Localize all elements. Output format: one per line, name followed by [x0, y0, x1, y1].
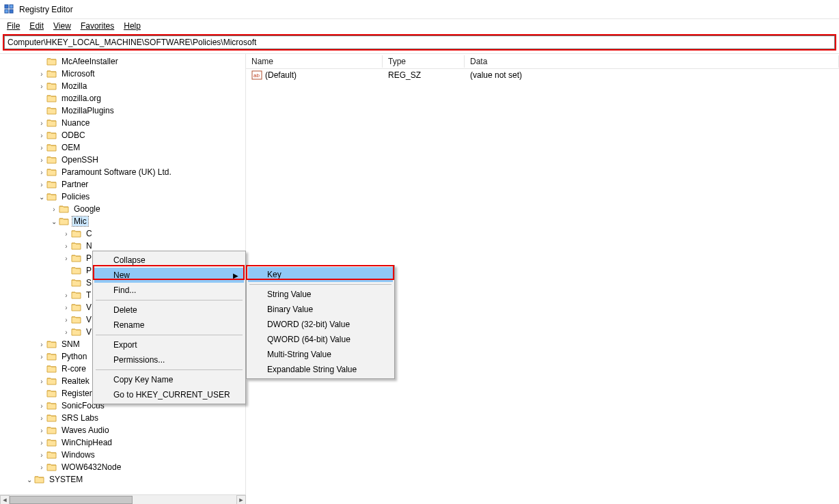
ctx-rename[interactable]: Rename [94, 318, 244, 333]
folder-icon [71, 278, 82, 288]
menu-help[interactable]: Help [120, 20, 145, 31]
tree-item[interactable]: ⌄Policies [0, 191, 245, 203]
chevron-right-icon[interactable]: › [37, 132, 46, 139]
chevron-down-icon[interactable]: ⌄ [25, 476, 34, 484]
folder-icon [46, 57, 57, 66]
menu-item-label: Copy Key Name [113, 375, 173, 384]
ctx-delete[interactable]: Delete [94, 303, 244, 318]
chevron-right-icon[interactable]: › [61, 242, 71, 250]
folder-icon [71, 290, 82, 300]
ctx-go-to-hkey-current-user[interactable]: Go to HKEY_CURRENT_USER [94, 387, 244, 402]
menu-separator [249, 284, 391, 285]
chevron-right-icon[interactable]: › [61, 328, 71, 336]
chevron-right-icon[interactable]: › [37, 353, 46, 361]
menu-favorites[interactable]: Favorites [77, 20, 118, 31]
ctx-new-key[interactable]: Key [248, 267, 393, 282]
ctx-export[interactable]: Export [94, 337, 244, 352]
tree-item[interactable]: ›OEM [0, 141, 245, 154]
chevron-right-icon[interactable]: › [37, 120, 46, 127]
scroll-left-button[interactable]: ◄ [0, 495, 10, 505]
chevron-right-icon[interactable]: › [37, 415, 46, 422]
ctx-new-qword-64-bit-value[interactable]: QWORD (64-bit) Value [248, 332, 393, 347]
chevron-right-icon[interactable]: › [37, 83, 46, 90]
col-name[interactable]: Name [246, 55, 383, 68]
tree-item[interactable]: ›ODBC [0, 129, 245, 141]
chevron-down-icon[interactable]: ⌄ [49, 218, 59, 225]
chevron-right-icon[interactable]: › [37, 156, 46, 164]
folder-icon [46, 155, 57, 165]
col-type[interactable]: Type [383, 55, 465, 68]
tree-item[interactable]: ›SRS Labs [0, 412, 245, 424]
chevron-right-icon[interactable]: › [61, 304, 71, 311]
tree-item[interactable]: ›Nuance [0, 117, 245, 129]
context-submenu-new: KeyString ValueBinary ValueDWORD (32-bit… [246, 265, 395, 379]
ctx-new-expandable-string-value[interactable]: Expandable String Value [248, 362, 393, 377]
tree-item[interactable]: ›Windows [0, 449, 245, 461]
col-data[interactable]: Data [465, 55, 839, 68]
chevron-right-icon[interactable]: › [37, 181, 46, 188]
tree-item[interactable]: ›OpenSSH [0, 154, 245, 166]
chevron-right-icon[interactable]: › [37, 464, 46, 471]
ctx-new-binary-value[interactable]: Binary Value [248, 302, 393, 317]
menu-item-label: String Value [267, 290, 311, 299]
chevron-down-icon[interactable]: ⌄ [37, 193, 46, 201]
tree-item[interactable]: ›Google [0, 203, 245, 215]
ctx-copy-key-name[interactable]: Copy Key Name [94, 372, 244, 387]
tree-item[interactable]: ›Microsoft [0, 68, 245, 80]
menu-separator [96, 335, 243, 335]
menubar: File Edit View Favorites Help [0, 19, 839, 33]
chevron-right-icon[interactable]: › [37, 451, 46, 459]
folder-icon [46, 180, 57, 189]
ctx-new-string-value[interactable]: String Value [248, 287, 393, 302]
chevron-right-icon[interactable]: › [37, 70, 46, 78]
tree-item[interactable]: MozillaPlugins [0, 104, 245, 117]
chevron-right-icon[interactable]: › [37, 341, 46, 348]
chevron-right-icon[interactable]: › [61, 255, 71, 262]
ctx-new[interactable]: New▶ [94, 268, 244, 283]
menu-file[interactable]: File [3, 20, 24, 31]
chevron-right-icon[interactable]: › [37, 427, 46, 434]
tree-item-label: OEM [60, 143, 81, 152]
scroll-thumb[interactable] [10, 496, 133, 504]
value-row[interactable]: ab(Default)REG_SZ(value not set) [246, 69, 839, 81]
tree-item[interactable]: ⌄Mic [0, 215, 245, 227]
chevron-right-icon[interactable]: › [37, 439, 46, 447]
tree-item[interactable]: McAfeeInstaller [0, 55, 245, 68]
chevron-right-icon[interactable]: › [61, 292, 71, 299]
chevron-right-icon[interactable]: › [37, 144, 46, 152]
ctx-collapse[interactable]: Collapse [94, 253, 244, 268]
menu-edit[interactable]: Edit [25, 20, 48, 31]
folder-icon [46, 401, 57, 410]
tree-item[interactable]: ›Waves Audio [0, 424, 245, 436]
scroll-right-button[interactable]: ► [236, 495, 246, 505]
tree-item[interactable]: ›Paramount Software (UK) Ltd. [0, 166, 245, 178]
ctx-new-dword-32-bit-value[interactable]: DWORD (32-bit) Value [248, 317, 393, 332]
tree-item[interactable]: ›WinChipHead [0, 436, 245, 449]
tree-item[interactable]: mozilla.org [0, 92, 245, 104]
menu-item-label: Go to HKEY_CURRENT_USER [113, 390, 230, 400]
menu-view[interactable]: View [49, 20, 75, 31]
chevron-right-icon[interactable]: › [61, 316, 71, 324]
tree-item[interactable]: ›C [0, 227, 245, 240]
tree-item-label: C [85, 229, 94, 238]
chevron-right-icon[interactable]: › [37, 378, 46, 385]
ctx-new-multi-string-value[interactable]: Multi-String Value [248, 347, 393, 362]
chevron-right-icon[interactable]: › [37, 169, 46, 176]
tree-item[interactable]: ›Mozilla [0, 80, 245, 92]
scroll-track[interactable] [10, 495, 236, 505]
tree-item[interactable]: ⌄SYSTEM [0, 473, 245, 486]
ctx-permissions[interactable]: Permissions... [94, 352, 244, 367]
chevron-right-icon[interactable]: › [37, 402, 46, 410]
address-input[interactable] [4, 36, 835, 49]
svg-rect-0 [5, 5, 8, 8]
tree-hscrollbar[interactable]: ◄ ► [0, 494, 246, 504]
chevron-right-icon[interactable]: › [61, 230, 71, 238]
chevron-right-icon[interactable]: › [49, 206, 59, 213]
tree-item-label: WOW6432Node [60, 462, 122, 472]
folder-icon [46, 352, 57, 361]
tree-item-label: MozillaPlugins [60, 106, 115, 115]
ctx-find[interactable]: Find... [94, 283, 244, 298]
tree-item[interactable]: ›WOW6432Node [0, 461, 245, 473]
value-data: (value not set) [465, 70, 839, 80]
tree-item[interactable]: ›Partner [0, 178, 245, 191]
